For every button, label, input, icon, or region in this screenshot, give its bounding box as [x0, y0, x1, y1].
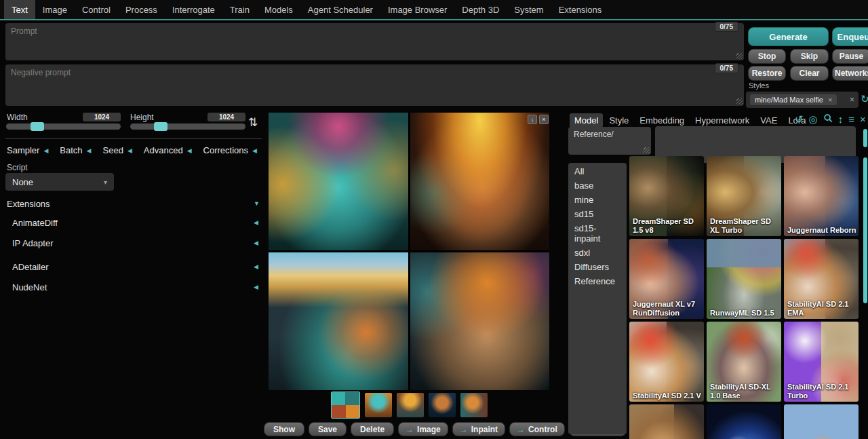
extensions-header[interactable]: Extensions	[7, 199, 50, 209]
networks-tab-model[interactable]: Model	[570, 113, 603, 128]
tab-extensions[interactable]: Extensions	[551, 0, 610, 19]
folder-sd15[interactable]: sd15	[568, 207, 627, 221]
tab-agent-scheduler[interactable]: Agent Scheduler	[300, 0, 380, 19]
pause-button[interactable]: Pause	[832, 49, 868, 64]
model-card-stabilityai-sd21-turbo[interactable]: StabilityAI SD 2.1 Turbo	[784, 322, 859, 402]
extension-animatediff[interactable]: AnimateDiff	[12, 218, 58, 228]
negative-resize-handle[interactable]	[736, 98, 743, 104]
show-button[interactable]: Show	[264, 422, 304, 436]
download-image-icon[interactable]: ↓	[528, 115, 537, 124]
thumbnail-grid-selected[interactable]	[331, 392, 360, 419]
sort-updown-icon[interactable]: ↕	[838, 114, 844, 124]
model-card-juggernaut-reborn[interactable]: Juggernaut Reborn	[784, 156, 859, 236]
networks-search-input[interactable]: Reference/	[568, 127, 651, 155]
folder-base[interactable]: base	[568, 178, 627, 193]
close-viewer-icon[interactable]: ×	[539, 115, 549, 124]
close-panel-icon[interactable]: ×	[860, 114, 866, 124]
model-card-juggernaut-xl-v7[interactable]: Juggernaut XL v7 RunDiffusion	[629, 239, 704, 319]
send-to-control-button[interactable]: →Control	[509, 422, 565, 436]
model-card-stabilityai-sd21-v[interactable]: StabilityAI SD 2.1 V	[629, 322, 704, 402]
styles-clear-icon[interactable]: ×	[850, 95, 854, 104]
chevron-left-icon[interactable]: ◀	[254, 219, 258, 226]
width-value[interactable]: 1024	[83, 113, 121, 121]
prompt-textarea[interactable]: Prompt 0/75	[5, 23, 744, 60]
folder-all[interactable]: All	[568, 164, 627, 178]
folder-sdxl[interactable]: sdxl	[568, 246, 627, 260]
tab-depth-3d[interactable]: Depth 3D	[454, 0, 507, 19]
tab-image-browser[interactable]: Image Browser	[380, 0, 454, 19]
stop-button[interactable]: Stop	[748, 49, 786, 64]
chevron-left-icon[interactable]: ◀	[254, 240, 258, 246]
height-slider-thumb[interactable]	[154, 122, 167, 131]
view-options-icon[interactable]: ≡	[848, 114, 854, 124]
thumbnail-4[interactable]	[460, 393, 488, 417]
model-card-partial-3[interactable]	[784, 404, 859, 439]
thumbnail-3[interactable]	[429, 393, 456, 417]
accordion-corrections[interactable]: Corrections◀	[203, 145, 257, 155]
folder-reference[interactable]: Reference	[568, 274, 627, 288]
chevron-left-icon[interactable]: ◀	[254, 263, 258, 270]
search-icon[interactable]	[823, 113, 833, 124]
skip-button[interactable]: Skip	[790, 49, 829, 64]
tab-process[interactable]: Process	[118, 0, 165, 19]
height-slider[interactable]	[130, 123, 245, 130]
styles-input[interactable]: mine/Mad Max selfie × ×	[746, 92, 859, 108]
tab-system[interactable]: System	[507, 0, 551, 19]
thumbnail-2[interactable]	[397, 393, 424, 417]
networks-tab-embedding[interactable]: Embedding	[635, 113, 689, 128]
folder-diffusers[interactable]: Diffusers	[568, 260, 627, 274]
chevron-left-icon[interactable]: ◀	[254, 284, 258, 290]
model-card-stabilityai-sd21-ema[interactable]: StabilityAI SD 2.1 EMA	[784, 239, 859, 319]
generated-image-2[interactable]	[410, 113, 550, 250]
tab-text[interactable]: Text	[4, 0, 35, 19]
negative-prompt-textarea[interactable]: Negative prompt 0/75	[5, 64, 744, 106]
tab-image[interactable]: Image	[35, 0, 75, 19]
tab-models[interactable]: Models	[257, 0, 300, 19]
prompt-resize-handle[interactable]	[736, 53, 743, 59]
networks-button[interactable]: Networks	[832, 66, 868, 81]
width-slider-thumb[interactable]	[31, 122, 44, 131]
scrollbar-thumb-top[interactable]	[863, 129, 867, 147]
scrollbar-thumb-cards[interactable]	[863, 157, 867, 303]
target-icon[interactable]: ◎	[809, 114, 818, 124]
folder-mine[interactable]: mine	[568, 193, 627, 207]
accordion-seed[interactable]: Seed◀	[103, 145, 132, 155]
send-to-image-button[interactable]: →Image	[398, 422, 448, 436]
send-to-inpaint-button[interactable]: →Inpaint	[452, 422, 505, 436]
extension-nudenet[interactable]: NudeNet	[12, 282, 47, 292]
accordion-batch[interactable]: Batch◀	[60, 145, 91, 155]
restore-button[interactable]: Restore	[748, 66, 786, 81]
search-resize-handle[interactable]	[644, 147, 650, 153]
height-value[interactable]: 1024	[208, 113, 245, 121]
networks-tab-style[interactable]: Style	[604, 113, 633, 128]
swap-dimensions-icon[interactable]: ⇅	[248, 115, 258, 130]
tab-interrogate[interactable]: Interrogate	[165, 0, 222, 19]
script-dropdown[interactable]: None ▾	[5, 173, 114, 191]
tab-train[interactable]: Train	[222, 0, 257, 19]
extension-ip-adapter[interactable]: IP Adapter	[12, 238, 53, 248]
model-card-dreamshaper-sdxl-turbo[interactable]: DreamShaper SD XL Turbo	[707, 156, 781, 236]
width-slider[interactable]	[6, 123, 121, 130]
style-tag-remove-icon[interactable]: ×	[828, 96, 832, 104]
save-button[interactable]: Save	[309, 422, 347, 436]
model-card-runwayml-sd15[interactable]: RunwayML SD 1.5	[707, 239, 781, 319]
tab-control[interactable]: Control	[75, 0, 118, 19]
networks-tab-vae[interactable]: VAE	[755, 113, 782, 128]
generated-image-4[interactable]	[410, 252, 550, 390]
accordion-advanced[interactable]: Advanced◀	[144, 145, 192, 155]
refresh-icon[interactable]: ↺	[795, 114, 804, 124]
generate-button[interactable]: Generate	[748, 27, 829, 46]
generated-image-1[interactable]	[269, 113, 408, 250]
model-card-stabilityai-sdxl-base[interactable]: StabilityAI SD-XL 1.0 Base	[707, 322, 781, 402]
model-card-dreamshaper-sd15[interactable]: DreamShaper SD 1.5 v8	[629, 156, 704, 236]
model-card-partial-2[interactable]	[707, 404, 781, 439]
enqueue-button[interactable]: Enqueue	[832, 27, 868, 46]
extension-adetailer[interactable]: ADetailer	[12, 262, 48, 272]
folder-sd15-inpaint[interactable]: sd15-inpaint	[568, 221, 627, 246]
thumbnail-1[interactable]	[365, 393, 392, 417]
delete-button[interactable]: Delete	[351, 422, 394, 436]
accordion-sampler[interactable]: Sampler◀	[7, 145, 48, 155]
generated-image-3[interactable]	[269, 252, 408, 390]
model-card-partial-1[interactable]	[629, 404, 704, 439]
generated-image-viewer[interactable]	[269, 113, 549, 390]
